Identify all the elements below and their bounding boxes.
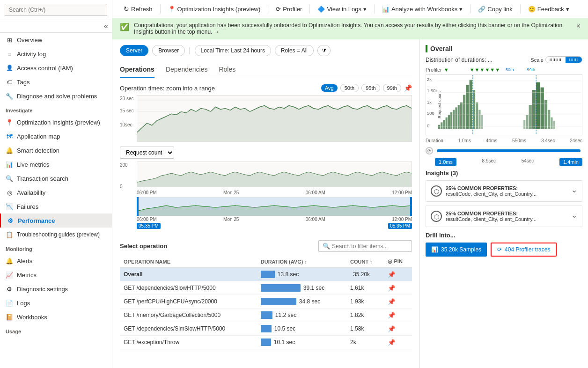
filter-options-button[interactable]: ⧩ [317, 45, 331, 56]
sidebar-item-logs[interactable]: 📄 Logs [0, 296, 112, 310]
toolbar-divider-3 [309, 4, 310, 14]
sidebar-item-diagnose[interactable]: 🔧 Diagnose and solve problems [0, 89, 112, 103]
sidebar-item-live-metrics[interactable]: 📊 Live metrics [0, 157, 112, 171]
svg-rect-20 [470, 80, 472, 129]
tab-operations[interactable]: Operations [120, 62, 154, 78]
browser-filter-button[interactable]: Browser [152, 45, 185, 56]
sidebar-item-workbooks[interactable]: 📔 Workbooks [0, 310, 112, 324]
p99-button[interactable]: 99th [383, 84, 401, 92]
transaction-search-icon: 🔍 [6, 175, 13, 182]
time-filter-button[interactable]: Local Time: Last 24 hours [195, 45, 271, 56]
pin-chart-button[interactable]: 📌 [404, 84, 412, 92]
pin-button[interactable]: 📌 [388, 285, 396, 292]
roles-filter-button[interactable]: Roles = All [275, 45, 314, 56]
right-panel: Overall Distribution of durations: ... S… [419, 39, 588, 368]
pin-button[interactable]: 📌 [388, 312, 396, 319]
collapse-sidebar-button[interactable]: « [104, 22, 108, 30]
sidebar-item-availability[interactable]: ◎ Availability [0, 185, 112, 199]
sidebar-item-performance[interactable]: ⚙ Performance [0, 213, 112, 228]
profiler-traces-icon: ⟳ [497, 246, 502, 253]
navigator[interactable] [137, 197, 412, 216]
sidebar-item-access-control[interactable]: 👤 Access control (IAM) [0, 61, 112, 75]
pin-cell[interactable]: 📌 [384, 309, 412, 322]
p50-button[interactable]: 50th [340, 84, 359, 92]
view-logs-label: View in Logs [327, 6, 361, 13]
pin-button[interactable]: 📌 [388, 325, 396, 332]
sidebar-item-transaction-search[interactable]: 🔍 Transaction search [0, 171, 112, 185]
profiler-traces-button[interactable]: ⟳ 404 Profiler traces [491, 243, 557, 257]
server-filter-button[interactable]: Server [120, 45, 148, 56]
sidebar-item-tags[interactable]: 🏷 Tags [0, 75, 112, 89]
pin-cell[interactable]: 📌 [384, 295, 412, 309]
search-container [0, 0, 112, 20]
time-t3: 06:00 AM [306, 190, 325, 195]
table-row[interactable]: GET /dependencies/SlowHTTP/5000 39.1 sec… [120, 281, 412, 295]
table-row[interactable]: Overall 13.8 sec 35.20k📌 [120, 268, 412, 281]
sidebar-item-label: Diagnose and solve problems [17, 93, 97, 100]
avg-button[interactable]: Avg [321, 84, 338, 92]
col-operation-name[interactable]: OPERATION NAME [120, 256, 257, 268]
pin-button[interactable]: 📌 [388, 339, 396, 346]
refresh-button[interactable]: ↻ Refresh [120, 3, 156, 15]
table-row[interactable]: GET /exception/Throw 10.1 sec 2k📌 [120, 336, 412, 349]
banner-close-button[interactable]: × [576, 22, 581, 30]
p95-button[interactable]: 95th [361, 84, 380, 92]
scale-log-button[interactable]: IIIIII [566, 57, 582, 63]
copy-link-button[interactable]: 🔗 Copy link [474, 3, 516, 15]
duration-start-handle[interactable]: 1.0ms [435, 158, 456, 166]
tab-dependencies[interactable]: Dependencies [166, 62, 208, 78]
profiler-triangle-1: ▼ [444, 67, 449, 73]
insight-expand-button-2[interactable]: ⌄ [571, 211, 577, 220]
optimization-insights-button[interactable]: 📍 Optimization Insights (preview) [164, 3, 265, 15]
scale-text: Scale [530, 57, 544, 63]
profiler-button[interactable]: ⟳ Profiler [272, 3, 306, 15]
tab-roles[interactable]: Roles [219, 62, 235, 78]
analyze-icon: 📊 [382, 6, 390, 13]
svg-rect-8 [438, 125, 440, 129]
analyze-workbooks-button[interactable]: 📊 Analyze with Workbooks ▾ [378, 3, 466, 15]
request-count-select[interactable]: Request count [120, 147, 174, 159]
sidebar-item-metrics[interactable]: 📈 Metrics [0, 268, 112, 282]
feedback-button[interactable]: 🙂 Feedback ▾ [524, 3, 573, 15]
pin-cell[interactable]: 📌 [384, 268, 412, 281]
search-input[interactable] [5, 4, 107, 16]
col-count[interactable]: COUNT ↕ [346, 256, 384, 268]
pin-cell[interactable]: 📌 [384, 281, 412, 295]
sidebar-item-diagnostic-settings[interactable]: ⚙ Diagnostic settings [0, 282, 112, 296]
duration-end-handle[interactable]: 1.4min [559, 158, 582, 166]
sidebar-item-label: Tags [17, 79, 29, 86]
sidebar-item-overview[interactable]: ⊞ Overview [0, 33, 112, 47]
table-row[interactable]: GET /perfCPU/HighCPUAsync/20000 34.8 sec… [120, 295, 412, 309]
profiler-p99-label: 99th [527, 67, 536, 72]
sidebar-collapse-area: « [0, 20, 112, 33]
navigator-right-handle[interactable] [410, 197, 412, 216]
nav-t4: 12:00 PM [392, 217, 412, 222]
table-search-input[interactable] [332, 243, 408, 250]
scale-linear-button[interactable]: IIIIIIII [546, 57, 566, 63]
view-in-logs-button[interactable]: 🔷 View in Logs ▾ [314, 3, 370, 15]
smart-detection-icon: 🔔 [6, 147, 13, 154]
sidebar-item-failures[interactable]: 📉 Failures [0, 199, 112, 213]
svg-rect-22 [476, 103, 478, 129]
pin-button[interactable]: 📌 [388, 298, 396, 305]
insight-expand-button-1[interactable]: ⌄ [571, 185, 577, 194]
sidebar-item-smart-detection[interactable]: 🔔 Smart detection [0, 143, 112, 157]
table-row[interactable]: GET /memory/GarbageCollection/5000 11.2 … [120, 309, 412, 322]
sidebar-item-troubleshooting[interactable]: 📋 Troubleshooting guides (preview) [0, 228, 112, 242]
pin-cell[interactable]: 📌 [384, 336, 412, 349]
sidebar-item-application-map[interactable]: 🗺 Application map [0, 129, 112, 143]
sidebar-item-optimization-insights[interactable]: 📍 Optimization Insights (preview) [0, 115, 112, 129]
chart-header: Operation times: zoom into a range Avg 5… [120, 84, 412, 92]
pin-header-icon: ◎ [388, 258, 392, 264]
sidebar-item-activity-log[interactable]: ≡ Activity log [0, 47, 112, 61]
request-count-row: Request count [120, 147, 412, 159]
navigator-left-handle[interactable] [137, 197, 139, 216]
sidebar-item-alerts[interactable]: 🔔 Alerts [0, 254, 112, 268]
table-row[interactable]: GET /dependencies/SimSlowHTTP/5000 10.5 … [120, 322, 412, 336]
pin-cell[interactable]: 📌 [384, 322, 412, 336]
count-cell: 1.93k [346, 295, 384, 309]
col-duration[interactable]: DURATION (AVG) ↕ [257, 256, 346, 268]
samples-button[interactable]: 📊 35.20k Samples [426, 243, 487, 257]
pin-button[interactable]: 📌 [388, 271, 396, 278]
x-1ms: 1.0ms [458, 138, 471, 143]
